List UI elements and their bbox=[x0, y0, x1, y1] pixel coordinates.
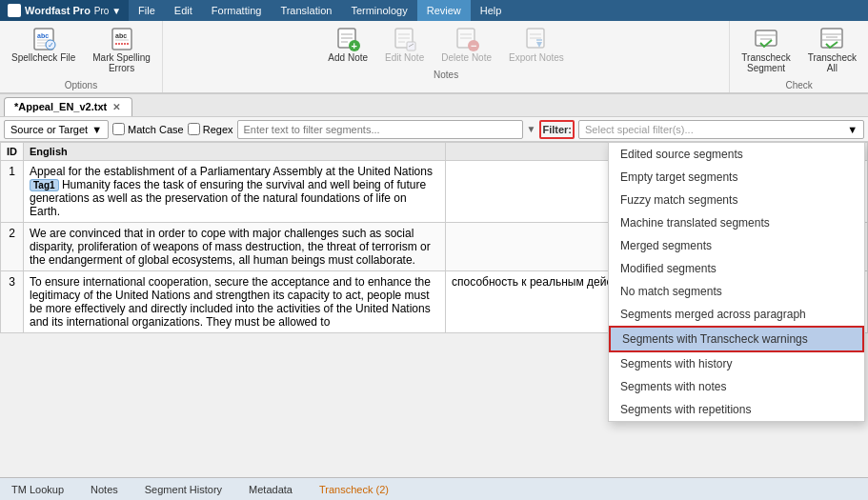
row-2-source: We are convinced that in order to cope w… bbox=[24, 223, 446, 271]
svg-text:+: + bbox=[352, 40, 357, 51]
menu-help[interactable]: Help bbox=[471, 0, 512, 21]
dropdown-machine-translated[interactable]: Machine translated segments bbox=[609, 211, 864, 234]
menu-review[interactable]: Review bbox=[417, 0, 471, 21]
delete-note-button[interactable]: − Delete Note bbox=[434, 23, 499, 66]
transcheck-segment-label: Transcheck bbox=[741, 52, 790, 63]
status-tm-lookup[interactable]: TM Lookup bbox=[8, 484, 68, 495]
edit-note-icon bbox=[392, 26, 418, 52]
row-3-source: To ensure international cooperation, sec… bbox=[24, 271, 446, 333]
regex-checkbox[interactable] bbox=[188, 123, 200, 135]
transcheck-segment-button[interactable]: Transcheck Segment bbox=[734, 23, 797, 76]
edit-note-label: Edit Note bbox=[385, 52, 424, 63]
status-bar: TM Lookup Notes Segment History Metadata… bbox=[0, 477, 868, 500]
export-notes-icon bbox=[523, 26, 550, 52]
status-metadata[interactable]: Metadata bbox=[245, 484, 296, 495]
options-buttons: abc ✓ Spellcheck File bbox=[4, 21, 158, 78]
svg-text:abc: abc bbox=[115, 32, 127, 39]
filter-special-dropdown[interactable]: Select special filter(s)... ▼ bbox=[578, 120, 864, 139]
check-section-label: Check bbox=[785, 78, 812, 92]
dropdown-edited-source[interactable]: Edited source segments bbox=[609, 143, 864, 166]
mark-spelling-icon: abc bbox=[109, 26, 135, 52]
col-header-english: English bbox=[24, 143, 446, 161]
menu-terminology[interactable]: Terminology bbox=[341, 0, 416, 21]
dropdown-merged[interactable]: Merged segments bbox=[609, 234, 864, 257]
mark-spelling-button[interactable]: abc Mark Spelling Errors bbox=[85, 23, 158, 76]
pro-label: Pro ▼ bbox=[94, 6, 121, 16]
toolbar-sections: abc ✓ Spellcheck File bbox=[0, 21, 868, 93]
filter-dropdown-menu: Edited source segments Empty target segm… bbox=[608, 142, 865, 422]
options-section-label: Options bbox=[65, 78, 97, 92]
tag-1: Tag1 bbox=[30, 179, 59, 191]
app-title-text: Wordfast Pro bbox=[25, 5, 91, 16]
filter-caret-icon: ▼ bbox=[527, 124, 536, 134]
row-1-source: Appeal for the establishment of a Parlia… bbox=[24, 161, 446, 223]
tab-label: *Appeal_EN_v2.txt bbox=[14, 101, 107, 112]
tab-close-button[interactable]: ✕ bbox=[111, 102, 122, 112]
transcheck-all-label2: All bbox=[827, 63, 838, 73]
svg-text:✓: ✓ bbox=[48, 41, 54, 50]
match-case-label[interactable]: Match Case bbox=[112, 123, 184, 135]
source-target-label: Source or Target bbox=[10, 124, 88, 135]
dropdown-history[interactable]: Segments with history bbox=[609, 352, 864, 375]
main-content: ID English 1 Appeal for the establishmen… bbox=[0, 142, 868, 476]
transcheck-all-button[interactable]: Transcheck All bbox=[800, 23, 864, 76]
spellcheck-icon: abc ✓ bbox=[30, 26, 57, 52]
edit-note-button[interactable]: Edit Note bbox=[377, 23, 432, 66]
transcheck-all-icon bbox=[818, 26, 845, 52]
filter-keyword-label: Filter: bbox=[542, 124, 572, 135]
svg-rect-36 bbox=[821, 29, 842, 48]
dropdown-with-notes[interactable]: Segments with notes bbox=[609, 375, 864, 398]
transcheck-all-label: Transcheck bbox=[808, 52, 857, 63]
dropdown-no-match[interactable]: No match segments bbox=[609, 280, 864, 303]
tab-appeal[interactable]: *Appeal_EN_v2.txt ✕ bbox=[4, 97, 132, 116]
status-notes[interactable]: Notes bbox=[87, 484, 122, 495]
svg-text:−: − bbox=[471, 40, 476, 51]
add-note-icon: + bbox=[334, 26, 361, 52]
dropdown-fuzzy-match[interactable]: Fuzzy match segments bbox=[609, 189, 864, 211]
svg-rect-21 bbox=[407, 42, 415, 50]
dropdown-empty-target[interactable]: Empty target segments bbox=[609, 166, 864, 189]
app-title: Wordfast Pro Pro ▼ bbox=[0, 0, 129, 21]
dropdown-with-repetitions[interactable]: Segments with repetitions bbox=[609, 398, 864, 421]
svg-text:abc: abc bbox=[37, 32, 49, 39]
toolbar-section-check: Transcheck Segment Transcheck bbox=[730, 21, 868, 92]
app-logo-icon bbox=[8, 4, 21, 17]
match-case-checkbox[interactable] bbox=[112, 123, 125, 135]
source-target-arrow: ▼ bbox=[91, 124, 102, 135]
status-transcheck[interactable]: Transcheck (2) bbox=[315, 484, 393, 495]
spellcheck-label: Spellcheck File bbox=[11, 52, 75, 63]
source-target-dropdown[interactable]: Source or Target ▼ bbox=[4, 120, 109, 139]
delete-note-icon: − bbox=[454, 26, 480, 52]
dropdown-modified[interactable]: Modified segments bbox=[609, 257, 864, 280]
filter-special-container: Filter: bbox=[539, 120, 575, 139]
filter-bar: Source or Target ▼ Match Case Regex ▼ Fi… bbox=[0, 117, 868, 142]
filter-text-input[interactable] bbox=[237, 120, 523, 139]
notes-section-label: Notes bbox=[434, 68, 458, 82]
menu-file[interactable]: File bbox=[129, 0, 165, 21]
svg-rect-33 bbox=[756, 30, 777, 46]
export-notes-button[interactable]: Export Notes bbox=[501, 23, 572, 66]
status-segment-history[interactable]: Segment History bbox=[141, 484, 226, 495]
export-notes-label: Export Notes bbox=[509, 52, 564, 63]
menu-translation[interactable]: Translation bbox=[271, 0, 341, 21]
dropdown-merged-across-paragraph[interactable]: Segments merged across paragraph bbox=[609, 303, 864, 326]
regex-label[interactable]: Regex bbox=[188, 123, 233, 135]
menu-formatting[interactable]: Formatting bbox=[202, 0, 272, 21]
menu-edit[interactable]: Edit bbox=[165, 0, 202, 21]
col-header-id: ID bbox=[1, 143, 24, 161]
row-3-id: 3 bbox=[1, 271, 24, 333]
dropdown-transcheck-warnings[interactable]: Segments with Transcheck warnings bbox=[609, 326, 864, 352]
mark-spelling-label2: Errors bbox=[109, 63, 134, 73]
toolbar-section-notes: + Add Note bbox=[163, 21, 730, 92]
mark-spelling-label: Mark Spelling bbox=[92, 52, 151, 63]
row-2-id: 2 bbox=[1, 223, 24, 271]
tab-bar: *Appeal_EN_v2.txt ✕ bbox=[0, 94, 868, 117]
row-1-id: 1 bbox=[1, 161, 24, 223]
filter-special-placeholder: Select special filter(s)... bbox=[585, 124, 847, 135]
add-note-button[interactable]: + Add Note bbox=[320, 23, 375, 66]
toolbar-section-options: abc ✓ Spellcheck File bbox=[0, 21, 163, 92]
spellcheck-file-button[interactable]: abc ✓ Spellcheck File bbox=[4, 23, 83, 76]
menu-bar: Wordfast Pro Pro ▼ File Edit Formatting … bbox=[0, 0, 868, 21]
toolbar-area: abc ✓ Spellcheck File bbox=[0, 21, 868, 94]
notes-buttons: + Add Note bbox=[320, 21, 571, 68]
